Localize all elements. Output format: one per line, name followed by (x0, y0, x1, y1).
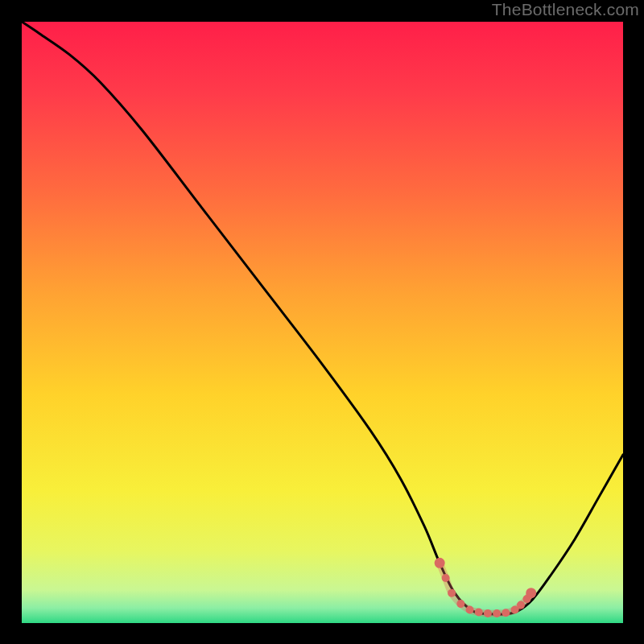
optimal-zone-dot (493, 609, 501, 617)
chart-container: TheBottleneck.com (0, 0, 644, 644)
optimal-zone-dot (502, 609, 510, 617)
gradient-background (22, 22, 623, 623)
optimal-zone-dot (475, 609, 483, 617)
optimal-zone-dot (466, 606, 474, 614)
optimal-zone-dot (448, 589, 456, 597)
chart-svg (22, 22, 623, 623)
watermark-text: TheBottleneck.com (492, 0, 639, 19)
optimal-zone-dot (435, 558, 445, 568)
optimal-zone-dot (442, 574, 450, 582)
plot-area (22, 22, 623, 623)
optimal-zone-dot (517, 601, 525, 609)
optimal-zone-dot (526, 588, 536, 598)
optimal-zone-dot (456, 600, 464, 608)
optimal-zone-dot (484, 609, 492, 617)
